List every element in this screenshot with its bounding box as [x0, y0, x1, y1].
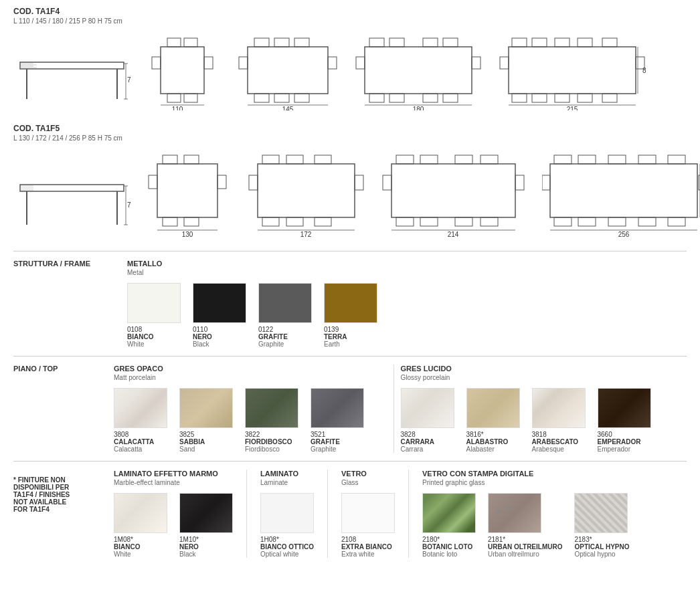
svg-rect-25	[274, 94, 289, 102]
svg-rect-80	[258, 164, 355, 217]
product-code-ta1f5: COD. TA1F5	[13, 124, 687, 133]
swatch-color-lam-bianco	[114, 493, 167, 533]
product-ta1f4-section: COD. TA1F4 L 110 / 145 / 180 / 215 P 80 …	[13, 7, 687, 110]
svg-rect-71	[157, 164, 217, 217]
svg-rect-39	[443, 94, 458, 102]
top-views-ta1f5: 130	[144, 147, 700, 237]
svg-rect-38	[423, 94, 438, 102]
swatch-name-bianco: BIANCO	[127, 333, 153, 340]
name-fiordibosco: FIORDIBOSCO	[245, 438, 292, 445]
svg-rect-86	[315, 217, 331, 226]
swatch-urban: OL.TR 2181* URBAN OLTREILMURO Urban oltr…	[488, 493, 562, 558]
svg-text:214: 214	[448, 231, 459, 237]
gres-lucido-title: GRES LUCIDO	[401, 365, 674, 373]
diagram-row-ta1f5: 75	[13, 147, 687, 237]
svg-rect-26	[294, 94, 309, 102]
vetro-swatches: 2108 EXTRA BIANCO Extra white	[341, 493, 395, 558]
swatch-sabbia: 3825 SABBIA Sand	[179, 388, 233, 453]
swatch-extra-bianco: 2108 EXTRA BIANCO Extra white	[341, 493, 395, 558]
swatch-grafite: 0122 GRAFITE Graphite	[258, 283, 312, 348]
lower-urban: Urban oltreilmuro	[488, 551, 539, 558]
laminato-section: * FINITURE NONDISPONIBILI PERTA1F4 / FIN…	[13, 461, 687, 566]
swatch-color-sabbia	[179, 388, 233, 428]
lower-extra-bianco: Extra white	[341, 551, 374, 558]
piano-section: PIANO / TOP GRES OPACO Matt porcelain 38…	[13, 356, 687, 461]
piano-label: PIANO / TOP	[13, 365, 114, 453]
laminato-effetto-marmo-group: LAMINATO EFFETTO MARMO Marble-effect lam…	[114, 470, 247, 558]
svg-rect-73	[184, 155, 199, 164]
gres-opaco-col: GRES OPACO Matt porcelain 3808 CALACATTA…	[114, 365, 394, 453]
swatch-optical-hypno: 2183* OPTICAL HYPNO Optical hypno	[574, 493, 629, 558]
metallo-sub: Metal	[127, 269, 687, 276]
swatch-carrara: 3828 CARRARA Carrara	[401, 388, 454, 453]
svg-text:215: 215	[567, 106, 578, 110]
gres-opaco-sub: Matt porcelain	[114, 374, 387, 381]
piano-content: GRES OPACO Matt porcelain 3808 CALACATTA…	[114, 365, 687, 453]
laminato-effetto-title: LAMINATO EFFETTO MARMO	[114, 470, 233, 478]
lower-botanic: Botanic loto	[422, 551, 457, 558]
svg-rect-53	[578, 94, 592, 102]
swatch-color-botanic	[422, 493, 476, 533]
svg-rect-49	[602, 38, 617, 47]
name-calacatta: CALACATTA	[114, 438, 154, 445]
lower-carrara: Carrara	[401, 445, 424, 453]
laminato-group: LAMINATO Laminate 1H08* BIANCO OTTICO Op…	[260, 470, 328, 558]
svg-rect-46	[532, 38, 547, 47]
svg-rect-20	[248, 47, 328, 94]
laminato-sub: Laminate	[260, 479, 314, 486]
svg-rect-93	[420, 155, 438, 164]
svg-text:75: 75	[127, 76, 130, 84]
svg-text:256: 256	[618, 231, 630, 237]
svg-rect-74	[163, 217, 177, 226]
svg-rect-96	[396, 217, 414, 226]
swatch-color-terra	[324, 283, 377, 323]
laminato-swatches: 1H08* BIANCO OTTICO Optical white	[260, 493, 314, 558]
swatch-nero: 0110 NERO Black	[193, 283, 246, 348]
swatch-color-fiordibosco	[245, 388, 298, 428]
swatch-lower-earth: Earth	[324, 340, 340, 348]
svg-rect-92	[396, 155, 414, 164]
lower-grafite-gres: Graphite	[311, 445, 336, 453]
product-dims-ta1f4: L 110 / 145 / 180 / 215 P 80 H 75 cm	[13, 17, 687, 25]
svg-rect-12	[167, 38, 181, 47]
name-sabbia: SABBIA	[179, 438, 205, 445]
lower-lam-bianco: White	[114, 551, 131, 558]
name-extra-bianco: EXTRA BIANCO	[341, 543, 392, 551]
swatch-color-urban: OL.TR	[488, 493, 541, 533]
struttura-section: STRUTTURA / FRAME METALLO Metal 0108 BIA…	[13, 251, 687, 356]
svg-text:172: 172	[300, 231, 312, 237]
svg-rect-72	[163, 155, 177, 164]
svg-rect-14	[167, 94, 181, 102]
svg-rect-82	[286, 155, 303, 164]
code-1m08: 1M08*	[114, 536, 133, 543]
code-1h08: 1H08*	[260, 536, 279, 543]
svg-rect-88	[355, 175, 363, 190]
lower-alabastro: Alabaster	[466, 445, 495, 453]
name-lam-nero: NERO	[179, 543, 199, 551]
swatch-emperador: 3660 EMPERADOR Emperador	[598, 388, 651, 453]
svg-rect-47	[555, 38, 570, 47]
laminato-content: LAMINATO EFFETTO MARMO Marble-effect lam…	[114, 470, 687, 558]
swatch-color-emperador	[598, 388, 651, 428]
name-bianco-ottico: BIANCO OTTICO	[260, 543, 314, 551]
svg-rect-27	[239, 57, 248, 69]
code-2108: 2108	[341, 536, 356, 543]
swatch-bianco: 0108 BIANCO White	[127, 283, 181, 348]
swatch-lam-nero: 1M10* NERO Black	[179, 493, 233, 558]
laminato-title: LAMINATO	[260, 470, 314, 478]
swatch-terra: 0139 TERRA Earth	[324, 283, 377, 348]
vetro-stampa-title: VETRO CON STAMPA DIGITALE	[422, 470, 630, 478]
svg-rect-28	[328, 57, 337, 69]
name-urban: URBAN OLTREILMURO	[488, 543, 562, 551]
svg-rect-75	[184, 217, 199, 226]
svg-rect-40	[356, 57, 365, 69]
gres-lucido-swatches: 3828 CARRARA Carrara 3816* ALABASTRO Ala…	[401, 388, 674, 453]
svg-text:145: 145	[282, 106, 294, 110]
swatch-bianco-ottico: 1H08* BIANCO OTTICO Optical white	[260, 493, 314, 558]
svg-text:110: 110	[172, 106, 183, 110]
swatch-code-0108: 0108	[127, 326, 142, 333]
swatch-color-grafite-gres	[311, 388, 364, 428]
svg-rect-11	[161, 47, 204, 94]
lower-calacatta: Calacatta	[114, 445, 142, 453]
svg-rect-76	[149, 175, 157, 189]
